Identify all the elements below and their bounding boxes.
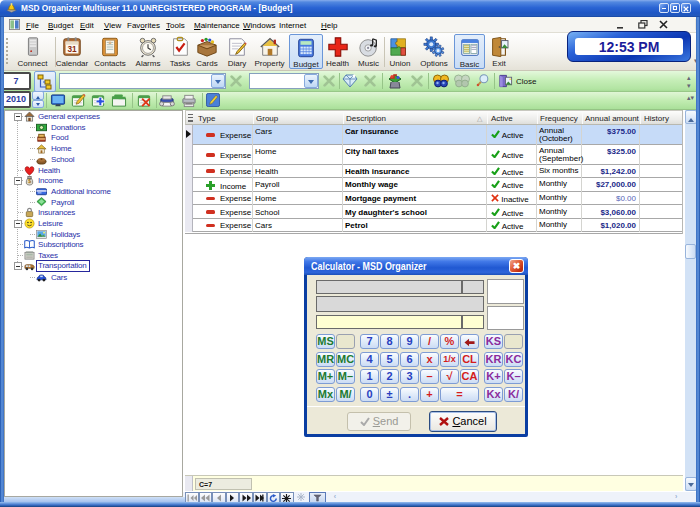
svg-text:31: 31 (67, 45, 77, 54)
svg-text:$: $ (28, 179, 31, 185)
